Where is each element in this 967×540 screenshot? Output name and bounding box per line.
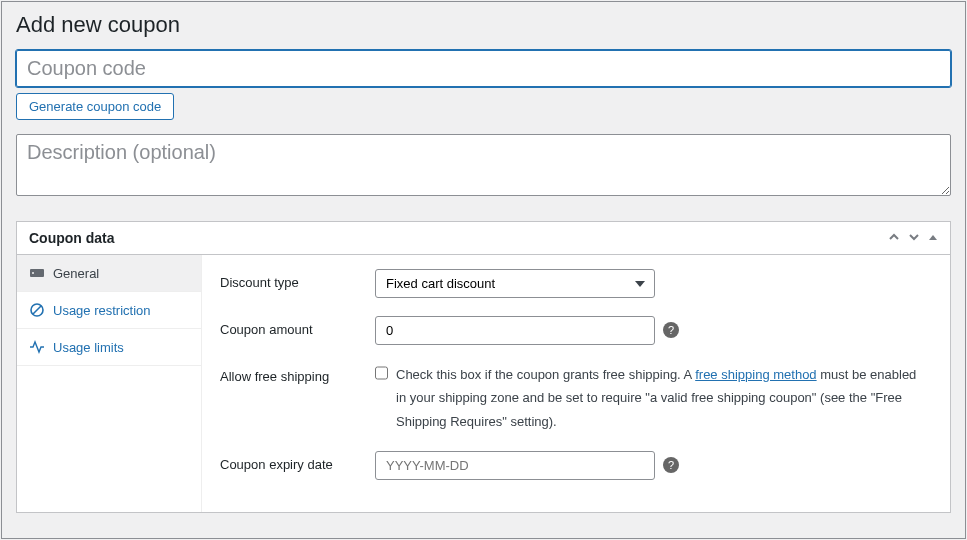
sidebar-item-usage-restriction[interactable]: Usage restriction bbox=[17, 292, 201, 329]
chevron-down-icon[interactable] bbox=[908, 231, 920, 245]
coupon-amount-input[interactable] bbox=[375, 316, 655, 345]
discount-type-label: Discount type bbox=[220, 269, 375, 290]
panel-controls bbox=[888, 231, 938, 245]
caret-up-icon[interactable] bbox=[928, 231, 938, 245]
coupon-amount-label: Coupon amount bbox=[220, 316, 375, 337]
sidebar-item-general[interactable]: General bbox=[17, 255, 201, 292]
sidebar-item-label: Usage restriction bbox=[53, 303, 151, 318]
chevron-up-icon[interactable] bbox=[888, 231, 900, 245]
generate-coupon-button[interactable]: Generate coupon code bbox=[16, 93, 174, 120]
page-title: Add new coupon bbox=[16, 12, 951, 38]
expiry-date-row: Coupon expiry date ? bbox=[220, 451, 932, 480]
expiry-date-input[interactable] bbox=[375, 451, 655, 480]
coupon-data-panel: Coupon data General bbox=[16, 221, 951, 513]
panel-content: Discount type Fixed cart discount Coupon… bbox=[202, 255, 950, 512]
svg-point-1 bbox=[32, 272, 34, 274]
ticket-icon bbox=[29, 265, 45, 281]
sidebar-item-label: Usage limits bbox=[53, 340, 124, 355]
help-icon[interactable]: ? bbox=[663, 457, 679, 473]
free-shipping-label: Allow free shipping bbox=[220, 363, 375, 384]
panel-header: Coupon data bbox=[17, 222, 950, 255]
free-shipping-method-link[interactable]: free shipping method bbox=[695, 367, 816, 382]
free-shipping-checkbox[interactable] bbox=[375, 364, 388, 382]
coupon-amount-row: Coupon amount ? bbox=[220, 316, 932, 345]
description-textarea[interactable] bbox=[16, 134, 951, 196]
expiry-date-label: Coupon expiry date bbox=[220, 451, 375, 472]
free-shipping-description: Check this box if the coupon grants free… bbox=[396, 363, 932, 433]
sidebar-item-label: General bbox=[53, 266, 99, 281]
svg-line-3 bbox=[33, 306, 41, 314]
free-shipping-row: Allow free shipping Check this box if th… bbox=[220, 363, 932, 433]
free-shipping-desc-prefix: Check this box if the coupon grants free… bbox=[396, 367, 695, 382]
panel-sidebar: General Usage restriction Usage limits bbox=[17, 255, 202, 512]
activity-icon bbox=[29, 339, 45, 355]
help-icon[interactable]: ? bbox=[663, 322, 679, 338]
coupon-code-input[interactable] bbox=[16, 50, 951, 87]
discount-type-select[interactable]: Fixed cart discount bbox=[375, 269, 655, 298]
no-entry-icon bbox=[29, 302, 45, 318]
discount-type-row: Discount type Fixed cart discount bbox=[220, 269, 932, 298]
panel-title: Coupon data bbox=[29, 230, 115, 246]
sidebar-item-usage-limits[interactable]: Usage limits bbox=[17, 329, 201, 366]
